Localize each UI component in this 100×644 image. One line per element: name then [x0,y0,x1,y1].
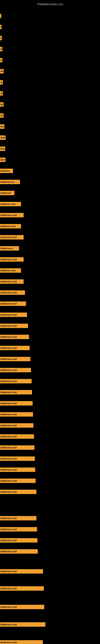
bar-label-20: Bottleneck result [0,235,24,240]
bar-row-19: Bottleneck resu [0,224,21,229]
site-title: TheBottlenecker.com [0,1,100,8]
bar-label-27: Bottleneck result [0,312,27,317]
bar-row-40: Bottleneck result [0,456,35,462]
bar-row-27: Bottleneck result [0,312,27,318]
bar-label-42: Bottleneck result [0,478,36,483]
bar-label-10: Bot [0,124,4,129]
bar-row-28: Bottleneck result [0,323,28,329]
bar-label-17: Bottleneck resu [0,202,21,206]
bar-row-21: Bottleneck re [0,246,19,251]
bar-label-13: Bottl [0,158,6,162]
bar-row-33: Bottleneck result [0,378,32,384]
bar-row-50: Bottleneck result [0,604,44,610]
bar-row-41: Bottleneck result [0,467,35,472]
bar-row-23: Bottleneck resu [0,268,21,273]
bar-label-39: Bottleneck result [0,445,34,450]
bar-label-38: Bottleneck result [0,434,34,439]
bar-row-46: Bottleneck result [0,538,37,543]
bar-label-9: Bo [0,113,3,118]
bar-label-48: Bottleneck result [0,569,43,574]
bar-label-26: Bottleneck result [0,302,26,306]
bar-label-25: Bottleneck result [0,290,25,295]
bar-label-21: Bottleneck re [0,246,19,250]
bar-label-45: Bottleneck result [0,527,37,532]
bar-row-37: Bottleneck result [0,422,33,428]
bar-label-30: Bottleneck result [0,346,30,350]
bar-row-16: Bottleneck [0,190,14,196]
bar-label-18: Bottleneck result [0,213,24,217]
bar-label-50: Bottleneck result [0,605,44,609]
bar-row-22: Bottleneck result [0,256,24,262]
bar-row-39: Bottleneck result [0,445,34,450]
bar-row-51: Bottleneck result [0,622,46,627]
bar-row-17: Bottleneck resu [0,201,21,207]
bar-label-49: Bottleneck result [0,586,44,591]
bar-row-13: Bottl [0,157,6,162]
bar-row-6: B [0,80,3,85]
bar-label-3: B [0,47,2,51]
bar-row-52: Bottleneck result [0,640,43,644]
bar-row-2: E [0,35,2,41]
bar-label-19: Bottleneck resu [0,224,21,228]
bar-row-4: E [0,57,2,63]
bar-label-0 [0,14,1,18]
bar-row-10: Bot [0,124,4,130]
bar-row-49: Bottleneck result [0,586,44,591]
bar-label-47: Bottleneck result [0,549,38,554]
bar-label-52: Bottleneck result [0,640,43,644]
bar-row-25: Bottleneck result [0,290,25,296]
bar-row-11: Bottl [0,135,6,140]
bar-row-20: Bottleneck result [0,234,24,240]
bar-row-42: Bottleneck result [0,478,36,484]
bar-label-44: Bottleneck result [0,516,36,520]
bar-label-5: Bo [0,69,3,74]
bar-label-41: Bottleneck result [0,468,35,472]
bar-row-12: Bott [0,146,5,152]
bar-row-24: Bottleneck result [0,279,24,284]
bar-label-24: Bottleneck result [0,279,24,284]
bar-row-34: Bottleneck result [0,390,32,395]
bar-row-47: Bottleneck result [0,548,38,554]
bar-label-46: Bottleneck result [0,538,37,542]
bar-row-7: B [0,90,3,96]
bar-row-9: Bo [0,113,3,118]
bar-label-40: Bottleneck result [0,456,35,461]
bar-row-45: Bottleneck result [0,526,37,532]
bar-row-31: Bottleneck result [0,356,30,362]
bar-row-43: Bottleneck result [0,489,36,495]
bar-label-2: E [0,36,2,40]
bar-label-29: Bottleneck result [0,335,29,339]
bar-label-28: Bottleneck result [0,324,28,328]
bar-label-37: Bottleneck result [0,423,33,428]
bar-row-26: Bottleneck result [0,301,26,306]
bar-row-1: P [0,24,1,30]
bar-label-34: Bottleneck result [0,390,32,394]
bar-row-32: Bottleneck result [0,367,31,373]
bar-row-0 [0,13,1,19]
bar-label-31: Bottleneck result [0,357,30,361]
bar-row-14: Bottlenec [0,168,13,174]
bar-label-14: Bottlenec [0,169,13,173]
bar-label-36: Bottleneck result [0,412,33,416]
bar-label-23: Bottleneck resu [0,268,21,273]
bar-label-51: Bottleneck result [0,622,46,627]
bar-label-32: Bottleneck result [0,368,31,372]
bar-row-5: Bo [0,68,3,74]
bar-row-3: B [0,46,2,52]
bar-label-43: Bottleneck result [0,490,36,494]
bar-label-12: Bott [0,146,5,151]
bar-row-48: Bottleneck result [0,568,43,574]
bar-label-4: E [0,58,2,62]
bar-label-15: Bottleneck res [0,180,20,184]
bar-row-8: Bo [0,102,3,107]
bar-label-7: B [0,91,3,96]
bar-label-11: Bottl [0,136,6,140]
bar-row-15: Bottleneck res [0,179,20,185]
bar-label-1: P [0,25,1,29]
bar-label-8: Bo [0,102,3,107]
bar-label-35: Bottleneck result [0,401,33,406]
bar-row-18: Bottleneck result [0,212,24,218]
bar-row-30: Bottleneck result [0,345,30,351]
bar-row-36: Bottleneck result [0,412,33,417]
bar-row-38: Bottleneck result [0,434,34,439]
